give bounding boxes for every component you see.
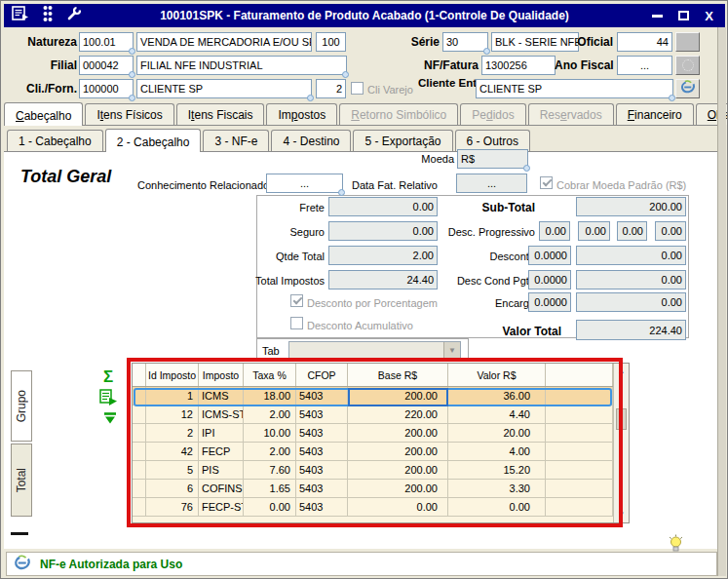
- subtab-6-outros[interactable]: 6 - Outros: [455, 130, 530, 151]
- grid-cell[interactable]: 200.00: [348, 461, 448, 479]
- grid-cell[interactable]: 2.00: [244, 443, 296, 460]
- grid-cell[interactable]: [133, 480, 146, 497]
- minimize-button[interactable]: [652, 15, 663, 18]
- maximize-button[interactable]: [678, 11, 689, 20]
- moeda-field[interactable]: R$: [457, 149, 528, 169]
- desc-progressivo-field-1[interactable]: 0.00: [539, 221, 570, 241]
- desconto-pct-field[interactable]: 0.0000: [528, 246, 571, 265]
- grid-cell[interactable]: 5403: [296, 424, 348, 442]
- qtde-total-field[interactable]: 2.00: [328, 246, 438, 265]
- grid-header-id-imposto[interactable]: Id Imposto: [146, 364, 199, 386]
- side-tab-grupo[interactable]: Grupo: [11, 370, 32, 442]
- grid-cell[interactable]: [546, 424, 613, 442]
- grid-header-taxa-%[interactable]: Taxa %: [244, 364, 296, 386]
- goto-last-icon[interactable]: [102, 411, 118, 429]
- desc-cond-pgto-val-field[interactable]: 0.00: [576, 270, 686, 290]
- tab-itens-fiscais[interactable]: Itens Fiscais: [176, 103, 265, 125]
- grid-cell[interactable]: 5: [146, 461, 199, 479]
- tab-itens-fisicos[interactable]: Itens Físicos: [85, 103, 173, 125]
- grid-cell[interactable]: [133, 443, 146, 460]
- total-impostos-field[interactable]: 24.40: [328, 270, 438, 290]
- desconto-val-field[interactable]: 0.00: [576, 246, 686, 265]
- grid-cell[interactable]: 7.60: [244, 461, 296, 479]
- cliforn-extra-field[interactable]: 2: [316, 79, 346, 98]
- grid-cell[interactable]: 200.00: [348, 424, 448, 442]
- traffic-light-icon[interactable]: [42, 5, 54, 26]
- grid-cell[interactable]: 5403: [296, 480, 348, 497]
- grid-cell[interactable]: [546, 443, 613, 460]
- encargo-pct-field[interactable]: 0.0000: [528, 292, 571, 312]
- grid-cell[interactable]: 76: [146, 498, 199, 516]
- grid-cell[interactable]: 10.00: [244, 424, 296, 442]
- desc-progressivo-field-4[interactable]: 0.00: [655, 221, 686, 241]
- grid-cell[interactable]: 0.00: [448, 498, 546, 516]
- grid-header-base-r-[interactable]: Base R$: [348, 364, 448, 386]
- desc-progressivo-field-2[interactable]: 0.00: [578, 221, 610, 241]
- grid-cell[interactable]: 1: [146, 387, 199, 405]
- grid-cell[interactable]: 4.00: [448, 443, 546, 460]
- scroll-down-icon[interactable]: ▼: [614, 508, 629, 521]
- grid-cell[interactable]: ICMS-ST: [199, 405, 244, 423]
- scrollbar-thumb[interactable]: [616, 408, 627, 430]
- frete-field[interactable]: 0.00: [328, 197, 438, 216]
- form-menu-icon[interactable]: [12, 6, 29, 25]
- grid-cell[interactable]: [546, 387, 613, 405]
- grid-cell[interactable]: [546, 461, 613, 479]
- serie-desc-field[interactable]: BLK - SERIE NFE: [491, 32, 579, 52]
- subtab-3-nfe[interactable]: 3 - NF-e: [203, 130, 269, 151]
- grid-cell[interactable]: [133, 405, 146, 423]
- tab-cabecalho[interactable]: Cabeçalho: [4, 102, 83, 126]
- grid-cell[interactable]: [546, 498, 613, 516]
- table-row[interactable]: 6COFINS1.655403200.003.30: [133, 480, 629, 498]
- grid-cell[interactable]: 5403: [296, 443, 348, 460]
- natureza-desc-field[interactable]: VENDA DE MERCADORIA E/OU SERVI: [136, 32, 312, 52]
- natureza-code-field[interactable]: 100.01: [79, 32, 134, 52]
- grid-cell[interactable]: 42: [146, 443, 199, 460]
- table-row[interactable]: 5PIS7.605403200.0015.20: [133, 461, 629, 480]
- tab-impostos[interactable]: Impostos: [266, 103, 337, 125]
- serie-code-field[interactable]: 30: [442, 32, 488, 52]
- grid-header-cfop[interactable]: CFOP: [296, 364, 348, 386]
- grid-cell[interactable]: 2.00: [244, 405, 296, 423]
- grid-cell[interactable]: IPI: [199, 424, 244, 442]
- table-row[interactable]: 12ICMS-ST2.005403220.004.40: [133, 405, 629, 424]
- oficial-button[interactable]: [675, 32, 700, 52]
- filial-code-field[interactable]: 000042: [79, 56, 134, 75]
- cliente-entrega-nfe-button[interactable]: [675, 79, 700, 98]
- sum-sigma-icon[interactable]: Σ: [103, 368, 113, 386]
- grid-vertical-scrollbar[interactable]: ▲ ▼: [613, 364, 629, 522]
- table-row[interactable]: 76FECP-ST0.0054030.000.00: [133, 498, 629, 517]
- grid-header-valor-r-[interactable]: Valor R$: [448, 364, 546, 386]
- grid-cell[interactable]: [133, 424, 146, 442]
- subtab-4-destino[interactable]: 4 - Destino: [271, 130, 351, 151]
- grid-cell[interactable]: 5403: [296, 461, 348, 479]
- grid-header-indicator[interactable]: [546, 364, 613, 386]
- cliforn-desc-field[interactable]: CLIENTE SP: [136, 79, 312, 98]
- grid-cell[interactable]: 36.00: [448, 387, 546, 405]
- grid-cell[interactable]: 0.00: [244, 498, 296, 516]
- data-fat-relativo-field[interactable]: ...: [456, 174, 527, 193]
- desc-progressivo-field-3[interactable]: 0.00: [617, 221, 647, 241]
- oficial-field[interactable]: 44: [617, 32, 672, 52]
- subtab-5-exportacao[interactable]: 5 - Exportação: [353, 130, 452, 151]
- desc-cond-pgto-pct-field[interactable]: 0.0000: [528, 270, 571, 290]
- ano-fiscal-field[interactable]: ...: [617, 56, 672, 75]
- conhecimento-field[interactable]: ...: [266, 174, 343, 193]
- grid-cell[interactable]: ICMS: [199, 387, 244, 405]
- grid-cell[interactable]: [546, 480, 613, 497]
- table-row[interactable]: 1ICMS18.005403200.0036.00: [133, 387, 629, 405]
- grid-cell[interactable]: 200.00: [348, 480, 448, 497]
- subtab-1-cabecalho[interactable]: 1 - Cabeçalho: [7, 130, 103, 151]
- nf-fatura-field[interactable]: 1300256: [481, 56, 556, 75]
- grid-cell[interactable]: 200.00: [348, 387, 448, 405]
- wrench-icon[interactable]: [66, 6, 82, 25]
- grid-cell[interactable]: 5403: [296, 405, 348, 423]
- grid-cell[interactable]: 15.20: [448, 461, 546, 479]
- grid-cell[interactable]: [133, 498, 146, 516]
- grid-cell[interactable]: FECP: [199, 443, 244, 460]
- grid-cell[interactable]: 6: [146, 480, 199, 497]
- scroll-up-icon[interactable]: ▲: [614, 365, 629, 378]
- filial-desc-field[interactable]: FILIAL NFE INDUSTRIAL: [136, 56, 347, 75]
- grid-cell[interactable]: 5403: [296, 498, 348, 516]
- encargo-val-field[interactable]: 0.00: [576, 292, 686, 312]
